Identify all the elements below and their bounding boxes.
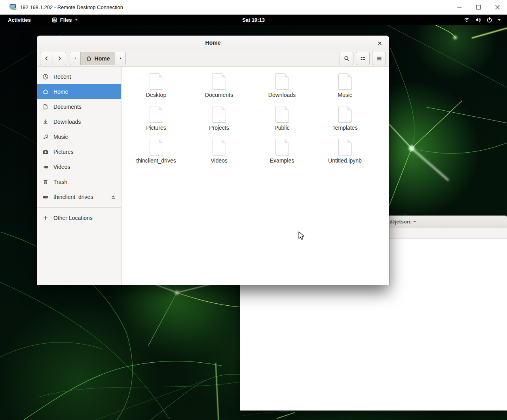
window-title: Home: [37, 36, 389, 50]
eject-icon: [110, 194, 116, 200]
file-label: Downloads: [268, 92, 296, 98]
download-icon: [42, 119, 49, 125]
sidebar-item-thinclient-drives[interactable]: thinclient_drives: [37, 189, 121, 204]
file-label: Pictures: [146, 125, 166, 131]
close-button[interactable]: [488, 0, 507, 14]
sidebar-item-music[interactable]: Music: [37, 129, 121, 144]
blank-page-icon: [275, 73, 289, 90]
file-label: Music: [338, 92, 352, 98]
eject-button[interactable]: [110, 194, 116, 200]
system-status-area[interactable]: [463, 17, 507, 23]
gnome-topbar: Activities Files Sat 19:13: [0, 15, 507, 25]
forward-button[interactable]: [53, 52, 66, 65]
volume-icon: [475, 17, 482, 23]
sidebar-item-videos[interactable]: Videos: [37, 159, 121, 174]
blank-page-icon: [213, 106, 226, 123]
file-item[interactable]: Public: [251, 106, 313, 139]
maximize-button[interactable]: [469, 0, 488, 14]
file-label: thinclient_drives: [136, 157, 176, 164]
sidebar-item-other-locations[interactable]: Other Locations: [37, 210, 121, 225]
list-view-icon: [360, 55, 366, 62]
sidebar-item-recent[interactable]: Recent: [37, 69, 121, 84]
file-item[interactable]: Documents: [188, 73, 251, 106]
files-window: Home Home: [37, 36, 389, 285]
rdp-app-icon: [9, 4, 17, 11]
blank-page-icon: [150, 139, 163, 155]
blank-page-icon: [275, 106, 289, 123]
blank-page-icon: [275, 139, 289, 155]
sidebar-item-label: Music: [53, 134, 68, 140]
plus-icon: [42, 215, 49, 221]
maximize-icon: [476, 4, 481, 10]
file-grid: Desktop Documents Downloads Music Pictur…: [122, 67, 389, 172]
blank-page-icon: [150, 73, 163, 90]
video-camera-icon: [42, 164, 49, 170]
file-item[interactable]: Music: [313, 73, 376, 106]
view-toggle-button[interactable]: [356, 52, 370, 65]
sidebar-item-label: Downloads: [53, 119, 81, 125]
hard-drive-icon: [42, 194, 49, 200]
file-item[interactable]: thinclient_drives: [125, 139, 188, 172]
sidebar-item-label: Videos: [53, 164, 70, 170]
triangle-left-icon: [73, 56, 78, 61]
forward-icon: [57, 55, 63, 61]
file-item[interactable]: Examples: [251, 139, 313, 172]
music-notes-icon: [42, 134, 49, 140]
blank-page-icon: [338, 139, 352, 155]
file-item[interactable]: Templates: [313, 106, 376, 139]
sidebar-item-label: Trash: [53, 179, 67, 185]
topbar-clock[interactable]: Sat 19:13: [0, 17, 507, 23]
breadcrumb-label: Home: [95, 55, 110, 62]
back-button[interactable]: [40, 52, 53, 65]
sidebar-item-downloads[interactable]: Downloads: [37, 114, 121, 129]
back-icon: [44, 55, 49, 61]
home-icon: [42, 89, 49, 95]
file-item[interactable]: Untitled.ipynb: [313, 139, 376, 172]
path-scroll-left-button[interactable]: [70, 52, 80, 65]
file-item[interactable]: Videos: [188, 139, 251, 172]
sidebar-item-home[interactable]: Home: [37, 84, 121, 99]
file-label: Untitled.ipynb: [328, 157, 362, 164]
breadcrumb-home[interactable]: Home: [80, 52, 115, 65]
blank-page-icon: [338, 106, 352, 123]
mouse-cursor: [298, 231, 306, 241]
files-content-area[interactable]: Desktop Documents Downloads Music Pictur…: [122, 67, 389, 285]
file-label: Examples: [270, 157, 294, 164]
file-item[interactable]: Desktop: [125, 73, 188, 106]
wifi-icon: [463, 17, 470, 23]
file-label: Desktop: [146, 92, 166, 98]
trash-icon: [42, 179, 49, 185]
sidebar-item-label: Pictures: [53, 149, 74, 155]
sidebar-item-pictures[interactable]: Pictures: [37, 144, 121, 159]
sidebar-item-trash[interactable]: Trash: [37, 174, 121, 189]
file-item[interactable]: Downloads: [251, 73, 313, 106]
file-item[interactable]: Projects: [188, 106, 251, 139]
minimize-button[interactable]: [450, 0, 469, 14]
blank-page-icon: [338, 73, 352, 90]
close-icon: [377, 41, 382, 46]
sidebar-separator: [37, 207, 121, 208]
files-headerbar[interactable]: Home: [37, 36, 389, 50]
search-button[interactable]: [340, 52, 353, 65]
file-label: Templates: [332, 125, 358, 131]
search-icon: [344, 55, 350, 62]
files-toolbar: Home: [37, 50, 389, 67]
rdp-window-title: 192.168.1.202 - Remote Desktop Connectio…: [20, 4, 123, 10]
close-icon: [495, 4, 500, 10]
chevron-down-icon: [497, 18, 501, 22]
camera-icon: [42, 149, 49, 155]
document-icon: [42, 104, 49, 110]
rdp-titlebar[interactable]: 192.168.1.202 - Remote Desktop Connectio…: [0, 0, 507, 15]
path-scroll-right-button[interactable]: [115, 52, 125, 65]
sidebar-item-label: Other Locations: [53, 215, 93, 221]
file-item[interactable]: Pictures: [125, 106, 188, 139]
file-label: Videos: [211, 157, 228, 164]
menu-button[interactable]: [372, 52, 386, 65]
sidebar-item-label: Home: [53, 89, 68, 95]
window-close-button[interactable]: [374, 38, 385, 49]
minimize-icon: [457, 4, 462, 10]
power-icon: [486, 17, 493, 23]
sidebar-item-documents[interactable]: Documents: [37, 99, 121, 114]
file-label: Documents: [205, 92, 233, 98]
file-label: Projects: [209, 125, 229, 131]
